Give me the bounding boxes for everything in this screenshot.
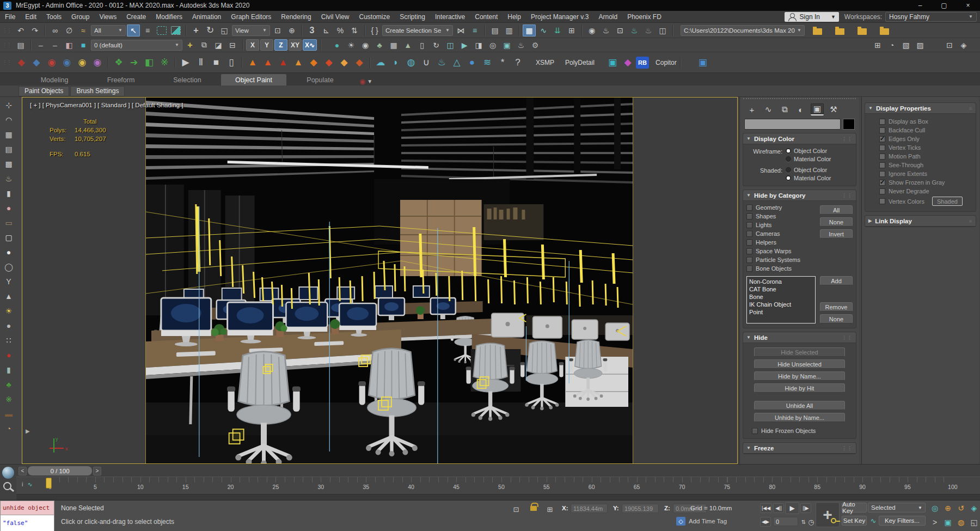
sphere-pink-icon[interactable]: ● <box>3 202 15 214</box>
hide-action-button[interactable]: Hide by Hit <box>754 383 845 393</box>
plugin-yellow-icon[interactable]: ◉ <box>75 55 89 70</box>
hide-action-button[interactable]: Hide Unselected <box>754 359 845 369</box>
workspace-dropdown[interactable]: Hosny Fahmy ▼ <box>885 12 977 22</box>
ribbon-toggle-icon[interactable]: ▦ <box>523 25 536 36</box>
window-icon[interactable]: ◫ <box>444 39 457 51</box>
isolate-selection-icon[interactable]: ⊡ <box>511 504 522 514</box>
layer-props-icon[interactable]: ⊟ <box>226 39 239 51</box>
curve-editor-icon[interactable]: ∿ <box>537 25 550 36</box>
snap-toggle-icon[interactable]: 3 <box>305 25 318 36</box>
anima-blue-icon[interactable]: ◉ <box>60 55 74 70</box>
trash-icon[interactable]: ▯ <box>224 55 238 70</box>
pause-sim-icon[interactable]: Ⅱ <box>194 55 208 70</box>
layer-dropdown[interactable]: 0 (default)▼ <box>91 40 182 51</box>
display-property-row[interactable]: Display as Box <box>865 117 972 126</box>
camera-people-icon[interactable]: ◉ <box>359 39 372 51</box>
menu-item[interactable]: Interactive <box>430 11 470 23</box>
hide-action-button[interactable]: Unhide by Name... <box>754 413 845 422</box>
menu-item[interactable]: Tools <box>41 11 66 23</box>
toggle-scene-explorer-icon[interactable]: ▤ <box>488 25 501 36</box>
sun-star-icon[interactable]: ☀ <box>3 305 15 317</box>
ribbon-tab[interactable]: Freeform <box>88 74 154 86</box>
toolbar-handle[interactable]: ⋮⋮ <box>2 27 11 33</box>
auto-key-button[interactable]: Auto Key <box>842 503 867 512</box>
door-icon[interactable]: ▯ <box>415 39 428 51</box>
curves-icon[interactable]: ∿ <box>27 481 32 488</box>
menu-item[interactable]: File <box>0 11 20 23</box>
menu-item[interactable]: Civil View <box>316 11 354 23</box>
select-link-icon[interactable]: ∞ <box>48 25 62 36</box>
foliage-icon[interactable]: ※ <box>3 393 15 405</box>
key-filters-button[interactable]: Key Filters... <box>879 516 926 526</box>
angle-snap-icon[interactable]: ⊾ <box>320 25 333 36</box>
mirror-icon[interactable]: ⋈ <box>454 25 467 36</box>
list-action-button[interactable]: Remove <box>820 302 853 312</box>
teapot2-icon[interactable]: ♨ <box>514 39 528 51</box>
select-in-layer-icon[interactable]: ◪ <box>212 39 225 51</box>
ball-blue-icon[interactable]: ● <box>465 55 479 70</box>
ribbon-panel-tab[interactable]: Brush Settings <box>70 86 125 96</box>
menu-item[interactable]: Group <box>66 11 94 23</box>
ribbon-panel-tab[interactable]: Paint Objects <box>19 86 69 96</box>
spray-can-icon[interactable]: ▮ <box>3 364 15 376</box>
rollout-header[interactable]: ▼Hide by Category⋮⋮ <box>743 190 856 201</box>
listbox-item[interactable]: Point <box>749 308 813 316</box>
play-overlay-icon[interactable]: ▶ <box>26 428 30 434</box>
listbox-item[interactable]: Non-Corona <box>749 278 813 285</box>
magenta-icon[interactable]: ◆ <box>621 55 635 70</box>
next-frame-button[interactable]: > <box>93 467 101 475</box>
forest-arrow-icon[interactable]: ➔ <box>127 55 141 70</box>
listbox-item[interactable]: IK Chain Object <box>749 301 813 308</box>
flame1-icon[interactable]: ▲ <box>246 55 260 70</box>
named-sets-icon[interactable]: { } <box>368 25 381 36</box>
absolute-offset-icon[interactable]: ⊞ <box>544 504 555 514</box>
select-by-name-icon[interactable]: ≡ <box>141 25 154 36</box>
panel-b-icon[interactable]: ▨ <box>914 39 927 51</box>
circle-tool-icon[interactable]: ◯ <box>3 261 15 273</box>
category-action-button[interactable]: None <box>820 217 853 227</box>
key-mode-toggle[interactable]: ◀▶ <box>760 517 771 527</box>
maximize-button[interactable]: ▢ <box>932 0 956 11</box>
sphere-white-icon[interactable]: ● <box>3 246 15 258</box>
select-manipulate-icon[interactable]: ⊕ <box>285 25 298 36</box>
wireframe-object-color-radio[interactable]: Object Color <box>786 148 831 154</box>
teapot-tool-icon[interactable]: ♨ <box>3 173 15 185</box>
stop-sim-icon[interactable]: ■ <box>209 55 223 70</box>
display-property-row[interactable]: Backface Cull <box>865 126 972 135</box>
render-iterative-icon[interactable]: ♨ <box>642 25 655 36</box>
dope-sheet-icon[interactable]: ⇊ <box>551 25 564 36</box>
spinner-snap-icon[interactable]: ⇅ <box>348 25 361 36</box>
rollout-header[interactable]: ▼Display Properties≡ <box>865 103 976 114</box>
previous-frame-button[interactable]: ◀|| <box>773 503 784 513</box>
flame4-icon[interactable]: ▲ <box>291 55 305 70</box>
category-checkbox-row[interactable]: Geometry <box>746 204 820 211</box>
toolbar-handle[interactable]: ⋮⋮ <box>2 42 11 48</box>
display-property-row[interactable]: Edges Only <box>865 135 972 143</box>
rect-select-icon[interactable] <box>157 26 167 35</box>
play-clip-icon[interactable]: ▶ <box>458 39 471 51</box>
current-frame-field[interactable]: 0 <box>773 517 798 526</box>
display-property-row[interactable]: Ignore Extents <box>865 169 972 178</box>
display-property-row[interactable]: Show Frozen in Gray <box>865 178 972 187</box>
add-to-layer-icon[interactable]: ⧉ <box>198 39 211 51</box>
project-open-folder-icon[interactable] <box>835 28 844 35</box>
time-config-icon[interactable]: ◷ <box>806 517 817 527</box>
menu-item[interactable]: Scripting <box>395 11 430 23</box>
set-key-button[interactable]: Set Key <box>842 516 867 526</box>
category-listbox[interactable]: Non-CoronaCAT BoneBoneIK Chain ObjectPoi… <box>746 276 816 324</box>
add-time-tag[interactable]: ◇ Add Time Tag <box>676 517 727 526</box>
menu-item[interactable]: Phoenix FD <box>622 11 666 23</box>
layer-manager-icon[interactable]: ▤ <box>14 39 27 51</box>
flower-icon[interactable]: ⚙ <box>529 39 542 51</box>
forest-node-icon[interactable]: ❖ <box>112 55 126 70</box>
go-to-start-button[interactable]: |◀◀ <box>760 503 772 513</box>
burst3-icon[interactable]: ◆ <box>337 55 351 70</box>
display-tab-icon[interactable]: ▣ <box>811 103 824 115</box>
zoom-extents-icon[interactable]: ↺ <box>955 502 967 515</box>
rollout-header[interactable]: ▼Freeze⋮⋮ <box>743 443 856 454</box>
info-icon[interactable]: i <box>22 481 23 488</box>
display-property-row[interactable]: See-Through <box>865 161 972 169</box>
category-checkbox-row[interactable]: Shapes <box>746 213 820 219</box>
modify-tab-icon[interactable]: ∿ <box>762 103 775 115</box>
camera2-icon[interactable]: ◎ <box>486 39 499 51</box>
